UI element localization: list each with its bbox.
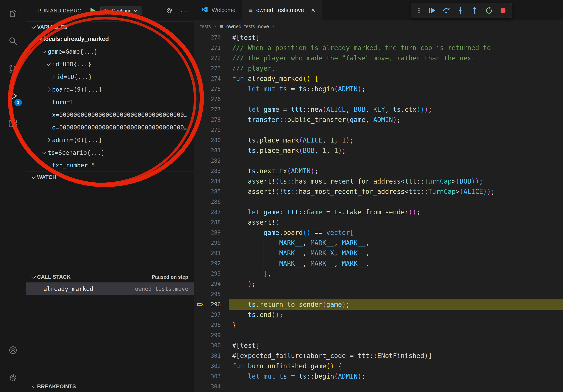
variable-row[interactable]: id = UID{...} (26, 58, 194, 70)
breakpoint-gutter[interactable] (194, 330, 206, 340)
variable-row[interactable]: locals: already_marked (26, 33, 194, 45)
debug-config-dropdown[interactable]: No Configur (100, 6, 142, 15)
code-line[interactable]: 304 (194, 381, 563, 392)
breakpoint-gutter[interactable] (194, 84, 206, 94)
gear-icon[interactable] (166, 7, 173, 15)
breakpoint-gutter[interactable] (194, 310, 206, 320)
code-line[interactable]: 286 (194, 197, 563, 207)
code-line-text[interactable]: let game: ttt::Game = ts.take_from_sende… (229, 207, 563, 217)
code-line-text[interactable]: ts.return_to_sender(game); (229, 300, 563, 310)
code-line-text[interactable]: let mut ts = ts::begin(ADMIN); (229, 371, 563, 381)
breakpoint-gutter[interactable] (194, 258, 206, 269)
code-line-text[interactable]: ts.place_mark(BOB, 1, 1); (229, 145, 563, 156)
code-line[interactable]: 274fun already_marked() { (194, 74, 563, 84)
breakpoint-gutter[interactable] (194, 238, 206, 248)
toolbar-drag-grip[interactable] (416, 6, 422, 15)
breakpoint-gutter[interactable] (194, 135, 206, 145)
code-line-text[interactable] (229, 94, 563, 105)
chevron-down-icon[interactable] (41, 146, 48, 159)
code-line-text[interactable]: assert!( (229, 217, 563, 228)
code-line-text[interactable] (229, 289, 563, 300)
code-line-text[interactable]: let mut ts = ts::begin(ADMIN); (229, 84, 563, 94)
code-line-text[interactable]: ], (229, 269, 563, 279)
variable-row[interactable]: game = Game{...} (26, 45, 194, 58)
breakpoint-gutter[interactable] (194, 53, 206, 63)
code-line-text[interactable]: ); (229, 279, 563, 289)
breakpoint-gutter[interactable] (194, 228, 206, 238)
code-line[interactable]: 285assert!(!ts::has_most_recent_for_addr… (194, 186, 563, 197)
breakpoint-gutter[interactable] (194, 125, 206, 135)
variable-row[interactable]: ts = Scenario{...} (26, 146, 194, 159)
breakpoints-section-header[interactable]: BREAKPOINTS (26, 381, 194, 392)
code-line-text[interactable]: MARK__, MARK_X, MARK__, (229, 248, 563, 258)
chevron-down-icon[interactable] (36, 33, 43, 45)
activity-extensions[interactable] (0, 111, 26, 138)
breakpoint-gutter[interactable] (194, 371, 206, 381)
call-stack-section-header[interactable]: CALL STACK Paused on step (26, 271, 194, 282)
code-line[interactable]: 289game.board() == vector[ (194, 228, 563, 238)
code-line[interactable]: 271/// When a position is already marked… (194, 43, 563, 53)
chevron-down-icon[interactable] (45, 58, 52, 70)
variable-row[interactable]: txn_number = 5 (26, 159, 194, 171)
code-line-text[interactable]: assert!(ts::has_most_recent_for_address<… (229, 176, 563, 186)
breadcrumb-folder[interactable]: tests (200, 24, 211, 30)
breadcrumb-file[interactable]: owned_tests.move (226, 24, 269, 30)
breakpoint-gutter[interactable] (194, 248, 206, 258)
code-line[interactable]: 279 (194, 125, 563, 135)
variable-row[interactable]: o = 000000000000000000000000000000000000… (26, 121, 194, 134)
debug-current-line-arrow-icon[interactable] (194, 300, 206, 310)
code-line[interactable]: 293], (194, 269, 563, 279)
code-line[interactable]: 296ts.return_to_sender(game); (194, 300, 563, 310)
code-line[interactable]: 298} (194, 320, 563, 330)
code-line[interactable]: 275let mut ts = ts::begin(ADMIN); (194, 84, 563, 94)
code-line-text[interactable]: /// player. (229, 63, 563, 74)
activity-settings[interactable] (0, 364, 26, 392)
start-debug-button[interactable] (89, 7, 96, 14)
breakpoint-gutter[interactable] (194, 207, 206, 217)
code-line-text[interactable]: game.board() == vector[ (229, 228, 563, 238)
close-icon[interactable]: × (311, 7, 315, 14)
breakpoint-gutter[interactable] (194, 186, 206, 197)
code-line[interactable]: 287let game: ttt::Game = ts.take_from_se… (194, 207, 563, 217)
variable-row[interactable]: x = 000000000000000000000000000000000000… (26, 108, 194, 121)
breakpoint-gutter[interactable] (194, 105, 206, 115)
code-line[interactable]: 284assert!(ts::has_most_recent_for_addre… (194, 176, 563, 186)
breadcrumb-symbol[interactable]: ... (278, 24, 282, 30)
breakpoint-gutter[interactable] (194, 197, 206, 207)
code-line[interactable]: 277let game = ttt::new(ALICE, BOB, KEY, … (194, 105, 563, 115)
code-line-text[interactable]: ts.next_tx(ADMIN); (229, 166, 563, 176)
code-line[interactable]: 273/// player. (194, 63, 563, 74)
code-line-text[interactable]: /// When a position is already marked, t… (229, 43, 563, 53)
breakpoint-gutter[interactable] (194, 320, 206, 330)
code-line[interactable]: 278transfer::public_transfer(game, ADMIN… (194, 115, 563, 125)
breakpoint-gutter[interactable] (194, 361, 206, 371)
code-line-text[interactable]: /// the player who made the "false" move… (229, 53, 563, 63)
code-line[interactable]: 303let mut ts = ts::begin(ADMIN); (194, 371, 563, 381)
chevron-down-icon[interactable] (41, 45, 48, 58)
code-line[interactable]: 299 (194, 330, 563, 340)
tab-welcome[interactable]: Welcome (194, 0, 242, 20)
activity-explorer[interactable] (0, 0, 26, 28)
more-actions-icon[interactable]: ··· (180, 7, 189, 14)
code-line-text[interactable]: fun burn_unfinished_game() { (229, 361, 563, 371)
breakpoint-gutter[interactable] (194, 33, 206, 43)
activity-account[interactable] (0, 337, 26, 364)
code-line-text[interactable] (229, 125, 563, 135)
call-stack-frame[interactable]: already_marked owned_tests.move (26, 282, 194, 295)
activity-run-and-debug[interactable]: 1 (0, 83, 26, 111)
breakpoint-gutter[interactable] (194, 351, 206, 361)
code-line-text[interactable]: assert!(!ts::has_most_recent_for_address… (229, 186, 563, 197)
chevron-right-icon[interactable] (45, 83, 52, 96)
code-line[interactable]: 270#[test] (194, 33, 563, 43)
code-line[interactable]: 290MARK__, MARK__, MARK__, (194, 238, 563, 248)
breakpoint-gutter[interactable] (194, 43, 206, 53)
activity-search[interactable] (0, 28, 26, 55)
code-line[interactable]: 295 (194, 289, 563, 300)
code-line-text[interactable]: } (229, 320, 563, 330)
variable-row[interactable]: board = (9)[...] (26, 83, 194, 96)
code-line[interactable]: 276 (194, 94, 563, 105)
breakpoint-gutter[interactable] (194, 166, 206, 176)
breakpoint-gutter[interactable] (194, 381, 206, 392)
breakpoint-gutter[interactable] (194, 340, 206, 351)
code-line[interactable]: 272/// the player who made the "false" m… (194, 53, 563, 63)
